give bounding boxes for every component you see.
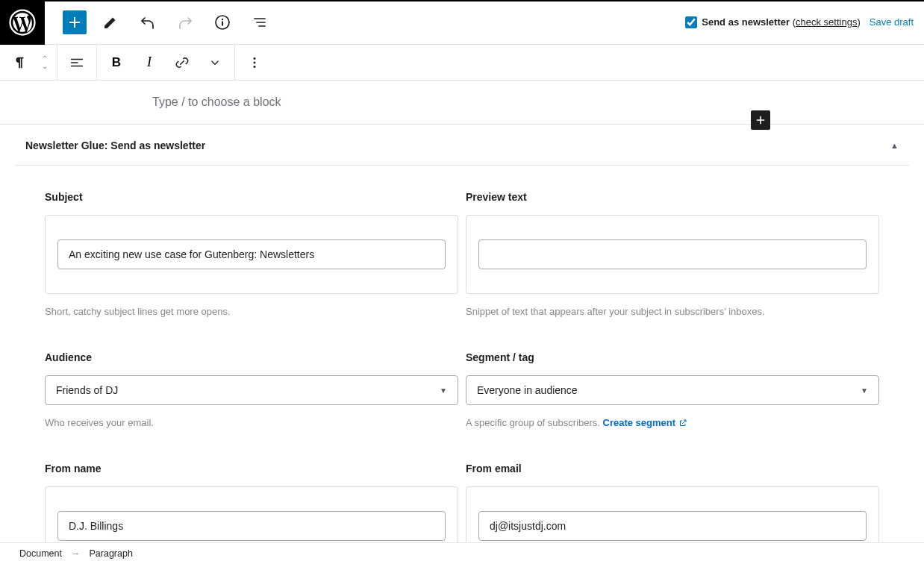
align-left-icon xyxy=(69,54,85,71)
from-email-label: From email xyxy=(466,463,879,474)
link-button[interactable] xyxy=(166,45,199,81)
block-type-button[interactable] xyxy=(3,45,36,81)
edit-mode-button[interactable] xyxy=(97,9,124,36)
wp-logo-button[interactable] xyxy=(0,0,45,45)
info-button[interactable] xyxy=(209,9,236,36)
segment-value: Everyone in audience xyxy=(477,384,578,396)
send-newsletter-toggle[interactable]: Send as newsletter (check settings) xyxy=(685,16,860,28)
caret-down-icon: ▼ xyxy=(861,386,868,395)
from-email-input[interactable] xyxy=(478,511,867,541)
undo-button[interactable] xyxy=(134,9,161,36)
subject-input[interactable] xyxy=(57,239,446,269)
audience-help: Who receives your email. xyxy=(45,417,458,428)
preview-input[interactable] xyxy=(478,239,867,269)
segment-select[interactable]: Everyone in audience ▼ xyxy=(466,375,879,405)
undo-icon xyxy=(139,13,157,31)
svg-point-5 xyxy=(254,61,256,63)
paragraph-icon xyxy=(11,54,28,71)
info-icon xyxy=(213,13,231,31)
save-draft-button[interactable]: Save draft xyxy=(870,16,914,28)
more-options-button[interactable] xyxy=(238,45,271,81)
preview-help: Snippet of text that appears after your … xyxy=(466,306,879,317)
breadcrumb-document[interactable]: Document xyxy=(19,548,62,559)
chevron-down-icon xyxy=(208,56,222,69)
redo-button[interactable] xyxy=(172,9,199,36)
subject-label: Subject xyxy=(45,191,458,203)
panel-title: Newsletter Glue: Send as newsletter xyxy=(25,140,205,151)
from-name-label: From name xyxy=(45,463,458,474)
inline-add-button[interactable] xyxy=(751,110,770,130)
align-button[interactable] xyxy=(60,45,93,81)
block-toolbar: ⌃ ⌄ B I xyxy=(0,45,924,81)
list-view-icon xyxy=(251,13,269,31)
audience-value: Friends of DJ xyxy=(56,384,118,396)
svg-point-2 xyxy=(222,18,223,19)
audience-select[interactable]: Friends of DJ ▼ xyxy=(45,375,458,405)
subject-field: Subject Short, catchy subject lines get … xyxy=(45,191,458,317)
arrow-right-icon: → xyxy=(71,548,81,559)
chevron-down-icon[interactable]: ⌄ xyxy=(36,63,54,70)
italic-button[interactable]: I xyxy=(133,45,166,81)
svg-point-4 xyxy=(254,57,256,60)
kebab-icon xyxy=(246,54,263,71)
segment-field: Segment / tag Everyone in audience ▼ A s… xyxy=(466,351,879,428)
plus-icon xyxy=(66,13,84,31)
outline-button[interactable] xyxy=(246,9,273,36)
svg-rect-3 xyxy=(222,21,223,25)
send-newsletter-label: Send as newsletter xyxy=(702,16,790,28)
pencil-icon xyxy=(102,13,119,31)
top-toolbar: Send as newsletter (check settings) Save… xyxy=(0,0,924,45)
block-placeholder[interactable]: Type / to choose a block xyxy=(152,94,281,110)
segment-help: A specific group of subscribers. Create … xyxy=(466,417,879,428)
audience-field: Audience Friends of DJ ▼ Who receives yo… xyxy=(45,351,458,428)
bold-button[interactable]: B xyxy=(100,45,133,81)
add-block-button[interactable] xyxy=(63,10,87,34)
toolbar-right: Send as newsletter (check settings) Save… xyxy=(685,16,924,28)
segment-label: Segment / tag xyxy=(466,351,879,363)
panel-heading[interactable]: Newsletter Glue: Send as newsletter ▲ xyxy=(15,125,909,166)
newsletter-panel: Newsletter Glue: Send as newsletter ▲ Su… xyxy=(0,125,924,564)
wordpress-icon xyxy=(9,9,36,36)
caret-up-icon: ▲ xyxy=(890,141,899,150)
redo-icon xyxy=(176,13,194,31)
subject-help: Short, catchy subject lines get more ope… xyxy=(45,306,458,317)
link-icon xyxy=(174,54,190,71)
create-segment-link[interactable]: Create segment xyxy=(603,417,688,428)
preview-label: Preview text xyxy=(466,191,879,203)
svg-point-6 xyxy=(254,66,256,68)
caret-down-icon: ▼ xyxy=(440,386,447,395)
preview-field: Preview text Snippet of text that appear… xyxy=(466,191,879,317)
send-newsletter-checkbox[interactable] xyxy=(685,16,697,28)
toolbar-left xyxy=(45,9,273,36)
check-settings-link[interactable]: check settings xyxy=(796,16,857,28)
audience-label: Audience xyxy=(45,351,458,363)
plus-icon xyxy=(754,113,767,127)
more-format-button[interactable] xyxy=(199,45,231,81)
from-name-input[interactable] xyxy=(57,511,446,541)
breadcrumb-current[interactable]: Paragraph xyxy=(89,548,132,559)
block-move-buttons[interactable]: ⌃ ⌄ xyxy=(36,55,54,70)
chevron-up-icon[interactable]: ⌃ xyxy=(36,55,54,63)
editor-canvas[interactable]: Type / to choose a block xyxy=(0,81,924,125)
external-link-icon xyxy=(678,419,687,427)
breadcrumb: Document → Paragraph xyxy=(0,542,924,564)
